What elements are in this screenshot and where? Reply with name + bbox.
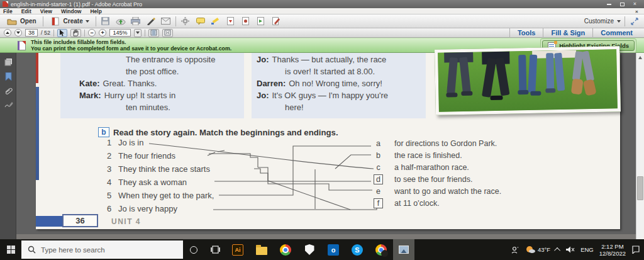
zoom-dropdown-button[interactable] [134, 29, 142, 37]
close-icon[interactable]: × [633, 1, 636, 7]
open-button[interactable]: Open [4, 15, 39, 28]
snapshot-doc-icon[interactable] [240, 16, 252, 26]
dialogue-line: Jo:It's OK guys — I'm happy you're [252, 89, 426, 101]
dialogue-line: Darren:Oh no! Wrong time, sorry! [252, 77, 426, 89]
taskbar-app-outlook[interactable]: o [321, 239, 345, 260]
taskbar-app-skype[interactable]: S [345, 239, 369, 260]
beginning-item[interactable]: 3They think the race starts [104, 162, 214, 176]
dialogue-line: Jo:Thanks — but actually, the race [252, 54, 426, 65]
language-indicator[interactable]: ENG [580, 246, 594, 253]
people-icon[interactable] [511, 246, 519, 254]
bookmarks-icon[interactable] [3, 71, 14, 82]
edit-doc-icon[interactable] [270, 16, 282, 26]
footer-blue-bar [36, 216, 65, 227]
taskbar-search-input[interactable]: Type here to search [21, 240, 183, 259]
hand-tool-button[interactable] [70, 29, 81, 37]
panel-tab[interactable]: Comment [592, 28, 640, 38]
dialogue-line: the post office. [60, 65, 244, 77]
menu-item[interactable]: Window [61, 8, 82, 14]
upload-cloud-icon[interactable] [115, 16, 126, 26]
taskbar-app-illustrator[interactable]: Ai [226, 239, 250, 260]
taskbar-app-windows-security[interactable] [297, 239, 321, 260]
vertical-scrollbar[interactable] [636, 53, 644, 239]
ending-item[interactable]: bthe race is finished. [374, 150, 501, 162]
menu-item[interactable]: File [3, 8, 13, 14]
ending-item[interactable]: ca half-marathon race. [374, 162, 501, 174]
show-hidden-icons-chevron[interactable] [554, 247, 560, 254]
beginning-item[interactable]: 5When they get to the park, [104, 189, 214, 202]
menu-item[interactable]: View [40, 8, 52, 14]
task-view-button[interactable] [204, 239, 226, 260]
beginning-item[interactable]: 6Jo is very happy [104, 202, 214, 215]
ending-item[interactable]: afor directions to Gordon Park. [374, 138, 501, 150]
illustrator-icon: Ai [232, 244, 243, 256]
ending-item[interactable]: dto see the four friends. [374, 174, 501, 186]
attachments-paperclip-icon[interactable] [3, 86, 14, 96]
previous-page-button[interactable] [4, 29, 11, 37]
next-page-button[interactable] [14, 29, 22, 37]
gear-icon[interactable] [180, 16, 191, 26]
notice-line-2: You can print the completed form and sav… [31, 45, 231, 52]
taskbar-app-chrome-profile[interactable] [369, 239, 393, 260]
fit-page-icon[interactable] [162, 29, 173, 37]
weather-widget[interactable]: 43°F [525, 246, 550, 254]
zoom-level-input[interactable]: 145% [109, 29, 131, 37]
menu-item[interactable]: Help [90, 8, 101, 14]
skype-icon: S [352, 244, 363, 256]
beginning-item[interactable]: 4They ask a woman [104, 176, 214, 189]
volume-muted-icon[interactable] [566, 246, 575, 253]
scrolling-mode-icon[interactable] [148, 29, 159, 37]
chrome-icon [280, 244, 291, 256]
windows-taskbar: Type here to search Ai o S 43°F ENG 2:12… [0, 239, 644, 260]
dialogue-line: is over! It started at 8.00. [252, 65, 426, 77]
clock[interactable]: 2:12 PM 12/8/2022 [599, 243, 626, 257]
panel-tab[interactable]: Fill & Sign [543, 28, 592, 38]
scrollbar-thumb[interactable] [637, 176, 643, 200]
select-tool-button[interactable] [57, 29, 67, 37]
beginning-item[interactable]: 2The four friends [104, 149, 214, 162]
next-page-edge [16, 234, 636, 239]
print-icon[interactable] [130, 16, 142, 26]
cortana-button[interactable] [183, 239, 204, 260]
taskbar-app-photos-active[interactable] [393, 239, 414, 260]
ending-item[interactable]: fat 11 o'clock. [374, 198, 501, 210]
action-center-icon[interactable] [631, 246, 640, 254]
page-edge-blue [36, 87, 39, 180]
window-title: english-in-mind-starter-1 (1).pdf - Adob… [11, 1, 142, 8]
menu-item[interactable]: Edit [21, 8, 31, 14]
export-doc-icon[interactable] [225, 16, 236, 26]
taskbar-app-file-explorer[interactable] [250, 239, 274, 260]
sign-pen-icon[interactable] [145, 16, 157, 26]
task-view-icon [211, 246, 220, 254]
screen: english-in-mind-starter-1 (1).pdf - Adob… [0, 0, 644, 260]
zoom-in-button[interactable]: + [99, 29, 106, 37]
create-button[interactable]: Create [47, 15, 92, 28]
document-close-icon[interactable]: × [635, 9, 638, 14]
taskbar-app-chrome[interactable] [274, 239, 297, 260]
highlight-pen-icon[interactable] [210, 16, 221, 26]
navigation-pane [0, 53, 16, 239]
comment-bubble-icon[interactable] [195, 16, 206, 26]
email-icon[interactable] [160, 16, 172, 26]
system-tray: 43°F ENG 2:12 PM 12/8/2022 [511, 243, 644, 257]
scroll-up-arrow-icon[interactable] [638, 56, 642, 59]
file-explorer-icon [256, 247, 267, 255]
panel-tab[interactable]: Tools [509, 28, 543, 38]
restore-icon[interactable] [620, 3, 625, 6]
fullscreen-resize-icon[interactable] [629, 16, 640, 26]
attach-doc-icon[interactable] [255, 16, 267, 26]
start-button[interactable] [0, 239, 21, 260]
beginning-item[interactable]: 1Jo is in [104, 136, 214, 149]
customize-button[interactable]: Customize [584, 18, 621, 25]
page-thumbnails-icon[interactable] [3, 57, 14, 67]
document-area: The entrance is oppositethe post office.… [0, 53, 644, 239]
page-number-input[interactable]: 38 [25, 29, 38, 37]
minimize-icon[interactable] [607, 4, 611, 5]
dialogue-line: here! [252, 101, 426, 113]
signatures-icon[interactable] [3, 99, 14, 110]
chevron-down-icon [617, 20, 621, 23]
ending-item[interactable]: ewant to go and watch the race. [374, 186, 501, 198]
save-icon[interactable] [100, 16, 111, 26]
story-photo [435, 46, 621, 115]
zoom-out-button[interactable]: − [88, 29, 96, 37]
